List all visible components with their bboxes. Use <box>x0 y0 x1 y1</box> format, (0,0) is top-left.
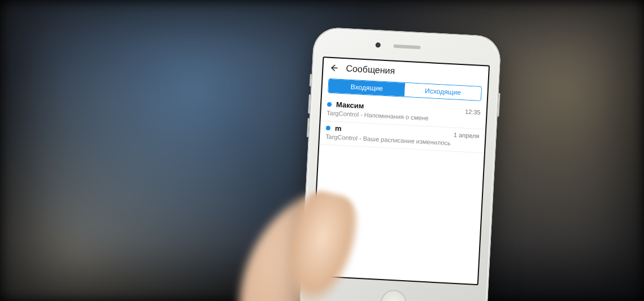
message-time: 1 апреля <box>454 131 480 139</box>
phone-volume-down <box>307 118 310 137</box>
unread-dot-icon <box>327 102 332 106</box>
phone-front-camera <box>375 42 380 47</box>
phone-home-button[interactable] <box>380 289 407 301</box>
tab-outgoing[interactable]: Исходящие <box>404 83 481 101</box>
phone-speaker <box>393 45 420 50</box>
unread-dot-icon <box>326 125 330 130</box>
page-title: Сообщения <box>346 63 395 76</box>
tab-incoming[interactable]: Входящие <box>328 79 405 97</box>
phone-mute-switch <box>310 74 312 86</box>
phone-volume-up <box>308 94 311 114</box>
back-icon[interactable] <box>329 63 340 73</box>
message-time: 12:35 <box>465 108 481 115</box>
svg-line-0 <box>332 68 337 68</box>
